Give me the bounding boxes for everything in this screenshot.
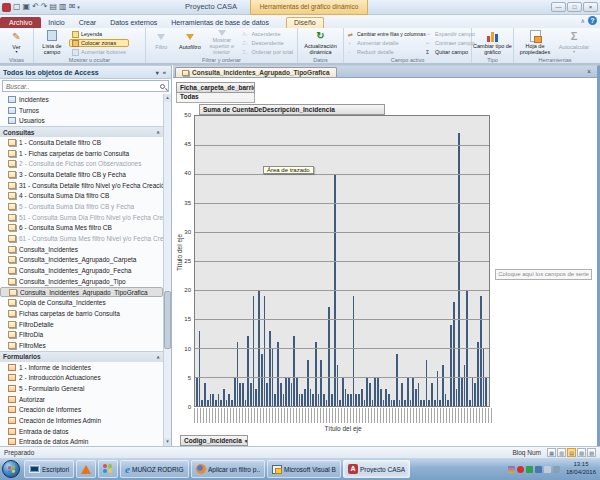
nav-item-query[interactable]: 4 - Consulta Suma Dia filtro CB xyxy=(0,191,163,202)
nav-item-form[interactable]: Entrada de datos Admin xyxy=(0,437,163,446)
nav-item-query[interactable]: Consulta_Incidentes_Agrupado_Carpeta xyxy=(0,255,163,266)
bar[interactable] xyxy=(220,400,222,406)
bar[interactable] xyxy=(318,394,320,406)
taskbar-button-media[interactable] xyxy=(98,460,118,478)
bar[interactable] xyxy=(291,383,293,406)
bar[interactable] xyxy=(304,389,306,406)
close-button[interactable]: × xyxy=(583,2,598,12)
bar[interactable] xyxy=(439,400,441,406)
nav-item-query[interactable]: Consulta_Incidentes xyxy=(0,244,163,255)
bar[interactable] xyxy=(323,394,325,406)
design-view-icon[interactable]: ▨ xyxy=(587,448,596,457)
bar[interactable] xyxy=(474,383,476,406)
bar[interactable] xyxy=(345,389,347,406)
category-field-button[interactable]: Codigo_Incidencia▼ xyxy=(180,435,248,446)
bar[interactable] xyxy=(396,354,398,406)
tray-volume-icon[interactable] xyxy=(553,466,560,473)
bar[interactable] xyxy=(366,377,368,406)
new-icon[interactable]: ▢ xyxy=(13,1,21,13)
bar[interactable] xyxy=(342,377,344,406)
bar[interactable] xyxy=(450,325,452,406)
quitar-campo-button[interactable]: Σ Quitar campo xyxy=(423,48,478,56)
nav-item-query[interactable]: FiltroDia xyxy=(0,329,163,340)
taskbar-button-ie[interactable]: eMUÑOZ RODRIG... xyxy=(120,460,189,478)
bar[interactable] xyxy=(261,354,263,406)
bar[interactable] xyxy=(388,394,390,406)
hoja-propiedades-button[interactable]: Hoja de propiedades xyxy=(515,29,555,55)
ascendente-button[interactable]: A↓ Ascendente xyxy=(239,30,296,38)
tray-network-icon[interactable] xyxy=(535,466,542,473)
bar[interactable] xyxy=(210,394,212,406)
bar[interactable] xyxy=(372,400,374,406)
scroll-thumb[interactable] xyxy=(164,291,171,349)
bar[interactable] xyxy=(428,400,430,406)
bar[interactable] xyxy=(277,342,279,406)
close-document-icon[interactable]: × xyxy=(587,68,591,75)
colocar-zonas-button[interactable]: Colocar zonas xyxy=(69,39,129,47)
sql-view-icon[interactable]: ▧ xyxy=(577,448,586,457)
bar[interactable] xyxy=(401,383,403,406)
bar[interactable] xyxy=(285,377,287,406)
nav-item-query[interactable]: 2 - Consulta de Fichas con Observaciones xyxy=(0,158,163,169)
bar[interactable] xyxy=(255,389,257,406)
restore-button[interactable]: □ xyxy=(567,2,582,12)
taskbar-button-desktop[interactable]: Escriptori xyxy=(24,460,74,478)
nav-item-form[interactable]: 1 - Informe de Incidentes xyxy=(0,362,163,373)
bar[interactable] xyxy=(442,365,444,406)
bar[interactable] xyxy=(361,389,363,406)
data-field-button[interactable]: Suma de CuentaDeDescripción_Incidencia xyxy=(199,104,385,115)
tab-crear[interactable]: Crear xyxy=(72,18,104,28)
bar[interactable] xyxy=(453,302,455,406)
nav-scrollbar[interactable]: ▲ ▼ xyxy=(163,94,171,446)
start-button[interactable] xyxy=(2,460,20,478)
bar[interactable] xyxy=(480,296,482,406)
bar[interactable] xyxy=(412,377,414,406)
autofiltro-button[interactable]: Autofiltro xyxy=(176,29,205,55)
bar[interactable] xyxy=(196,377,198,406)
bar[interactable] xyxy=(296,377,298,406)
bar[interactable] xyxy=(299,394,301,406)
bar[interactable] xyxy=(331,394,333,406)
tray-security-icon[interactable] xyxy=(508,466,515,473)
nav-item-query[interactable]: Consulta_Incidentes_Agrupado_Tipo xyxy=(0,276,163,287)
nav-item-query[interactable]: Copia de Consulta_Incidentes xyxy=(0,297,163,308)
nav-item-query[interactable]: 6 - Consulta Suma Mes filtro CB xyxy=(0,223,163,234)
filter-field-button[interactable]: Ficha_carpeta_de_barrio▼ xyxy=(176,82,255,93)
shutter-close-icon[interactable]: « xyxy=(161,69,168,75)
tab-inicio[interactable]: Inicio xyxy=(41,18,71,28)
tray-error-icon[interactable] xyxy=(517,466,524,473)
bar[interactable] xyxy=(434,400,436,406)
bar[interactable] xyxy=(253,296,255,406)
nav-item-query[interactable]: Consulta_Incidentes_Agrupado_Fecha xyxy=(0,265,163,276)
bar[interactable] xyxy=(223,389,225,406)
nav-item-query[interactable]: 5 - Consulta Suma Dia filtro CB y Fecha xyxy=(0,201,163,212)
bar[interactable] xyxy=(204,383,206,406)
bar[interactable] xyxy=(326,400,328,406)
descendente-button[interactable]: Z↓ Descendente xyxy=(239,39,296,47)
folder-icon[interactable]: ▤ xyxy=(50,1,58,13)
bar[interactable] xyxy=(231,400,233,406)
bar[interactable] xyxy=(242,383,244,406)
minimize-ribbon-icon[interactable]: ∧ xyxy=(581,17,585,24)
nav-item-table[interactable]: Incidentes xyxy=(0,94,163,105)
mail-icon[interactable]: ✉ xyxy=(69,1,76,13)
nav-item-form[interactable]: 5 - Formulario General xyxy=(0,383,163,394)
series-drop-zone[interactable]: Coloque aquí los campos de serie xyxy=(495,269,592,280)
bar[interactable] xyxy=(283,394,285,406)
bar[interactable] xyxy=(207,400,209,406)
bar[interactable] xyxy=(274,394,276,406)
actualizacion-button[interactable]: ↻ Actualización dinámica xyxy=(299,29,342,55)
ordenar-total-button[interactable]: Σ↓ Ordenar por total xyxy=(239,48,296,56)
reducir-detalle-button[interactable]: − Reducir detalle xyxy=(345,48,423,56)
bar[interactable] xyxy=(347,394,349,406)
bar[interactable] xyxy=(431,383,433,406)
filter-value[interactable]: Todas xyxy=(176,93,255,103)
taskbar-button-vb[interactable]: Microsoft Visual B... xyxy=(267,460,341,478)
bar[interactable] xyxy=(307,360,309,406)
plot-area[interactable]: Área de trazado xyxy=(194,115,490,407)
nav-item-query[interactable]: 1 - Consulta Detalle filtro CB xyxy=(0,137,163,148)
nav-item-table[interactable]: Usuarios xyxy=(0,115,163,126)
nav-item-form[interactable]: Autorizar xyxy=(0,394,163,405)
bar[interactable] xyxy=(315,342,317,406)
bar[interactable] xyxy=(201,400,203,406)
